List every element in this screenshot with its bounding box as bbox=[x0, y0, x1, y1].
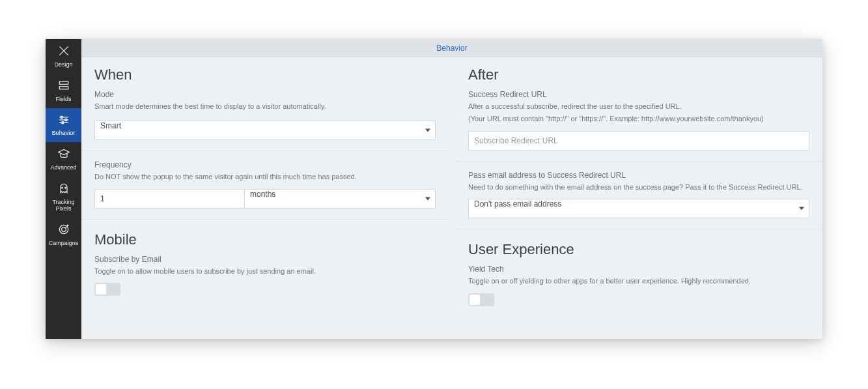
svg-point-8 bbox=[61, 187, 63, 188]
sidebar-item-label: Design bbox=[54, 62, 72, 68]
pass-email-select[interactable]: Don't pass email address bbox=[468, 199, 809, 218]
sidebar-item-label: Campaigns bbox=[49, 240, 79, 247]
section-mobile: Mobile Subscribe by Email Toggle on to a… bbox=[81, 220, 449, 306]
help-success-redirect-2: (Your URL must contain "http://" or "htt… bbox=[468, 114, 809, 124]
top-tab-behavior[interactable]: Behavior bbox=[81, 39, 822, 57]
help-success-redirect-1: After a successful subscribe, redirect t… bbox=[468, 102, 809, 111]
app-window: Design Fields Behavior Advanced bbox=[46, 39, 822, 339]
svg-rect-0 bbox=[59, 81, 68, 84]
graduation-cap-icon bbox=[57, 147, 70, 162]
help-mode: Smart mode determines the best time to d… bbox=[94, 102, 436, 111]
frequency-unit-value: months bbox=[250, 190, 275, 199]
sidebar-item-advanced[interactable]: Advanced bbox=[46, 142, 81, 177]
label-pass-email: Pass email address to Success Redirect U… bbox=[468, 171, 809, 180]
label-mode: Mode bbox=[94, 90, 436, 99]
sidebar-item-tracking-pixels[interactable]: Tracking Pixels bbox=[46, 177, 81, 218]
success-redirect-input[interactable] bbox=[468, 131, 809, 151]
heading-after: After bbox=[468, 66, 809, 83]
main-area: Behavior When Mode Smart mode determines… bbox=[81, 39, 822, 339]
sidebar-item-label: Fields bbox=[55, 96, 71, 103]
section-user-experience: User Experience Yield Tech Toggle on or … bbox=[455, 229, 822, 316]
sliders-icon bbox=[57, 113, 70, 128]
label-frequency: Frequency bbox=[94, 160, 436, 169]
fields-icon bbox=[57, 79, 70, 94]
frequency-unit-select[interactable]: months bbox=[244, 189, 436, 209]
section-frequency: Frequency Do NOT show the popup to the s… bbox=[81, 151, 449, 219]
right-column: After Success Redirect URL After a succe… bbox=[455, 57, 822, 339]
section-pass-email: Pass email address to Success Redirect U… bbox=[455, 162, 822, 229]
toggle-knob bbox=[96, 284, 106, 295]
label-success-redirect: Success Redirect URL bbox=[468, 90, 809, 99]
help-yield-tech: Toggle on or off yielding to other apps … bbox=[468, 276, 809, 286]
toggle-knob bbox=[469, 295, 480, 305]
frequency-value-input[interactable] bbox=[94, 189, 244, 209]
left-column: When Mode Smart mode determines the best… bbox=[81, 57, 449, 339]
sidebar-item-design[interactable]: Design bbox=[46, 39, 81, 74]
subscribe-by-email-toggle[interactable] bbox=[94, 283, 120, 296]
heading-when: When bbox=[94, 66, 436, 83]
help-subscribe-by-email: Toggle on to allow mobile users to subsc… bbox=[94, 267, 436, 276]
ghost-icon bbox=[57, 182, 70, 197]
pass-email-value: Don't pass email address bbox=[474, 199, 561, 209]
section-when: When Mode Smart mode determines the best… bbox=[81, 57, 449, 151]
label-yield-tech: Yield Tech bbox=[468, 265, 809, 274]
design-icon bbox=[57, 44, 70, 59]
heading-mobile: Mobile bbox=[94, 231, 436, 248]
target-icon bbox=[57, 223, 70, 238]
content-columns: When Mode Smart mode determines the best… bbox=[81, 57, 822, 339]
mode-select-value: Smart bbox=[100, 121, 121, 130]
sidebar-item-label: Behavior bbox=[52, 130, 76, 137]
sidebar-item-fields[interactable]: Fields bbox=[46, 74, 81, 108]
mode-select[interactable]: Smart bbox=[94, 121, 436, 140]
top-tab-label: Behavior bbox=[436, 44, 467, 53]
help-frequency: Do NOT show the popup to the same visito… bbox=[94, 172, 436, 182]
sidebar-item-behavior[interactable]: Behavior bbox=[46, 108, 81, 143]
yield-tech-toggle[interactable] bbox=[468, 293, 494, 306]
sidebar-item-label: Advanced bbox=[50, 165, 76, 171]
svg-point-9 bbox=[64, 187, 66, 188]
help-pass-email: Need to do something with the email addr… bbox=[468, 182, 809, 192]
heading-user-experience: User Experience bbox=[468, 241, 809, 258]
section-after: After Success Redirect URL After a succe… bbox=[455, 57, 822, 162]
svg-rect-1 bbox=[59, 86, 68, 89]
sidebar: Design Fields Behavior Advanced bbox=[46, 39, 81, 339]
sidebar-item-campaigns[interactable]: Campaigns bbox=[46, 218, 81, 252]
sidebar-item-label: Tracking Pixels bbox=[47, 199, 80, 212]
label-subscribe-by-email: Subscribe by Email bbox=[94, 255, 436, 264]
